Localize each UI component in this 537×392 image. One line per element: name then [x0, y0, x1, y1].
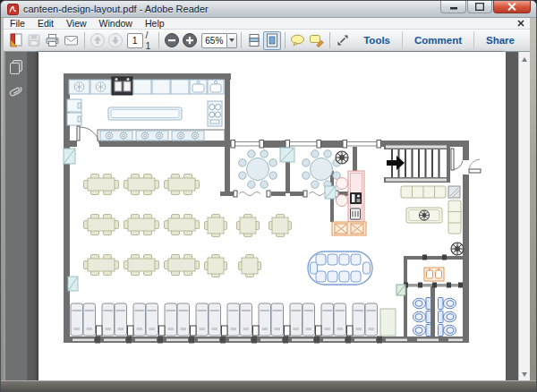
window-title: canteen-design-layout.pdf - Adobe Reader — [23, 4, 209, 14]
attachments-button[interactable] — [9, 84, 23, 100]
menu-view[interactable]: View — [60, 18, 93, 29]
fit-page-button[interactable] — [263, 31, 281, 50]
comment-bubble-icon — [289, 32, 306, 48]
lounge-area — [401, 186, 461, 234]
open-file-icon — [8, 32, 24, 48]
toolbar-separator — [158, 32, 159, 48]
zoom-in-icon — [182, 32, 198, 48]
small-appliance — [351, 209, 361, 219]
email-button[interactable] — [62, 31, 81, 50]
restroom-mirror — [396, 285, 405, 295]
page-thumbnails-button[interactable] — [9, 59, 23, 75]
save-icon — [26, 32, 42, 48]
coffee-machine — [350, 192, 362, 204]
kitchen-cabinets — [67, 99, 81, 125]
top-wall-windows — [231, 141, 381, 149]
menu-file[interactable]: File — [4, 18, 31, 29]
minimize-button[interactable] — [440, 1, 466, 13]
open-file-button[interactable] — [7, 31, 25, 50]
print-button[interactable] — [43, 31, 62, 50]
kitchen-oven — [112, 77, 132, 95]
share-button[interactable]: Share — [474, 35, 526, 46]
menu-window[interactable]: Window — [93, 18, 139, 29]
kitchen-stove-4burner — [208, 101, 222, 126]
reading-mode-icon — [335, 32, 351, 48]
maximize-button[interactable] — [467, 1, 492, 13]
toolbar-separator — [241, 32, 242, 48]
kitchen-door — [77, 126, 99, 144]
booth-seating — [71, 303, 396, 336]
toolbar-separator — [329, 32, 330, 48]
dining-tables — [84, 175, 292, 277]
close-document-icon[interactable] — [517, 20, 524, 27]
navigation-pane — [4, 52, 28, 382]
close-button[interactable] — [493, 1, 531, 13]
sofa-horizontal — [401, 186, 446, 198]
page-number-input[interactable]: 1 — [127, 33, 143, 48]
reading-mode-button[interactable] — [334, 31, 352, 50]
staircase — [384, 144, 448, 183]
kitchen-cooking-ranges — [98, 130, 225, 141]
previous-page-button[interactable] — [89, 31, 107, 50]
restroom-sink — [424, 268, 444, 281]
menu-edit[interactable]: Edit — [31, 18, 60, 29]
comment-panel-button[interactable]: Comment — [403, 35, 473, 46]
zoom-out-icon — [164, 32, 180, 48]
adobe-reader-window: canteen-design-layout.pdf - Adobe Reader… — [0, 0, 537, 392]
zoom-out-button[interactable] — [163, 31, 181, 50]
scroll-mode-icon — [246, 32, 262, 48]
pdf-page-canvas[interactable] — [38, 52, 506, 382]
maximize-icon — [475, 3, 484, 11]
toolbar-separator — [285, 32, 286, 48]
email-icon — [63, 32, 80, 48]
restrooms — [396, 255, 463, 337]
menu-bar: File Edit View Window Help — [4, 18, 530, 30]
next-page-button[interactable] — [107, 31, 124, 50]
save-button[interactable] — [25, 31, 43, 50]
wall-glass-panel — [325, 186, 336, 199]
sticky-note-button[interactable] — [307, 31, 326, 50]
zoom-dropdown-button[interactable] — [227, 33, 237, 48]
tools-button[interactable]: Tools — [352, 35, 402, 46]
adobe-reader-icon — [7, 4, 19, 15]
toolbar-right-actions: Tools Comment Share — [352, 30, 526, 51]
wall-mirror — [448, 186, 460, 198]
fit-page-icon — [264, 32, 280, 48]
banquet-oval-table — [308, 251, 372, 285]
scroll-mode-button[interactable] — [245, 31, 263, 50]
kitchen-area — [67, 77, 225, 144]
toolbar-separator — [84, 32, 85, 48]
plant — [419, 210, 429, 220]
scroll-down-icon[interactable] — [522, 372, 527, 377]
sofa-vertical — [448, 200, 461, 234]
sticky-note-icon — [308, 32, 325, 48]
vertical-scrollbar[interactable] — [518, 52, 530, 382]
zoom-in-button[interactable] — [181, 31, 199, 50]
toolbar: 1 / 1 65% — [4, 30, 530, 52]
floor-plan-drawing — [38, 52, 506, 382]
side-counter — [380, 309, 396, 336]
attachments-icon — [9, 82, 23, 102]
minimize-icon — [449, 3, 458, 11]
page-down-icon — [107, 32, 124, 48]
page-up-icon — [90, 32, 106, 48]
zoom-dropdown-arrow — [229, 38, 234, 42]
kitchen-island — [108, 107, 182, 120]
menu-help[interactable]: Help — [139, 18, 171, 29]
thumbnails-icon — [9, 59, 23, 75]
title-bar: canteen-design-layout.pdf - Adobe Reader — [1, 1, 537, 18]
close-icon — [507, 3, 516, 11]
zoom-level-value[interactable]: 65% — [201, 33, 227, 48]
comment-bubble-button[interactable] — [288, 31, 307, 50]
kitchen-sinks — [190, 80, 224, 94]
scroll-up-icon[interactable] — [522, 57, 527, 62]
cashier-counter — [332, 222, 366, 235]
page-total-label: / 1 — [146, 30, 153, 51]
print-icon — [44, 32, 61, 48]
stair-direction-arrow — [387, 156, 405, 170]
window-bottom-frame — [1, 380, 537, 391]
